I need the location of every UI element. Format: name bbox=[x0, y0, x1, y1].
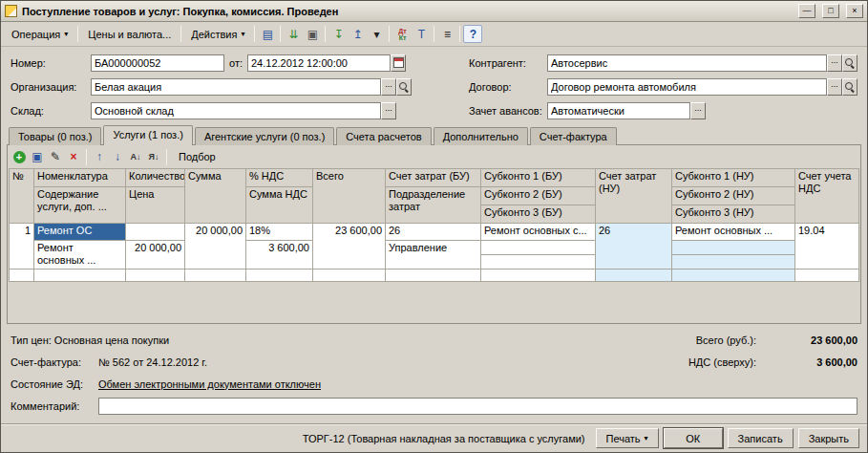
date-input[interactable] bbox=[247, 54, 391, 72]
col-header-subconto3-nu: Субконто 3 (НУ) bbox=[672, 205, 795, 224]
cell-subconto2-bu[interactable] bbox=[481, 241, 596, 255]
col-header-vat-sum: Сумма НДС bbox=[246, 187, 313, 224]
empty-cell[interactable] bbox=[10, 270, 34, 282]
cell-department[interactable]: Управление bbox=[386, 241, 481, 270]
cell-vat-sum[interactable]: 3 600,00 bbox=[246, 241, 313, 270]
delete-row-icon[interactable]: × bbox=[65, 148, 82, 165]
tab-schet-faktura[interactable]: Счет-фактура bbox=[530, 127, 617, 145]
contract-input[interactable] bbox=[547, 78, 827, 96]
contract-select-button[interactable]: ... bbox=[827, 78, 842, 96]
copy-document-icon[interactable]: ▣ bbox=[303, 25, 322, 43]
cell-subconto1-nu[interactable]: Ремонт основных ... bbox=[672, 224, 795, 241]
empty-cell[interactable] bbox=[34, 270, 126, 282]
advance-offset-select-button[interactable]: ... bbox=[690, 102, 706, 119]
number-input[interactable] bbox=[91, 54, 224, 72]
cell-sum[interactable]: 20 000,00 bbox=[185, 224, 246, 270]
calendar-icon bbox=[393, 57, 404, 68]
tab-tovary[interactable]: Товары (0 поз.) bbox=[9, 127, 101, 145]
dt-kt-postings-icon[interactable]: Дт Кт bbox=[392, 28, 412, 41]
save-button[interactable]: Записать bbox=[728, 428, 794, 448]
close-button[interactable]: × bbox=[846, 4, 863, 18]
contractor-open-button[interactable] bbox=[842, 54, 857, 72]
document-list-icon[interactable]: ≡ bbox=[437, 25, 456, 43]
empty-cell[interactable] bbox=[481, 270, 596, 282]
separator bbox=[86, 149, 87, 165]
prices-currency-button[interactable]: Цены и валюта... bbox=[81, 26, 178, 43]
ed-state-link[interactable]: Обмен электронными документами отключен bbox=[98, 378, 321, 390]
separator bbox=[280, 26, 281, 42]
empty-cell[interactable] bbox=[246, 270, 313, 282]
cell-subconto3-nu[interactable] bbox=[672, 255, 795, 270]
tab-uslugi[interactable]: Услуги (1 поз.) bbox=[103, 125, 192, 145]
cell-cost-account-bu[interactable]: 26 bbox=[386, 224, 481, 241]
sort-asc-icon[interactable]: А↓ bbox=[127, 148, 144, 165]
cell-subconto1-bu[interactable]: Ремонт основных с... bbox=[481, 224, 596, 241]
contractor-input[interactable] bbox=[547, 54, 827, 72]
empty-cell[interactable] bbox=[185, 270, 246, 282]
actions-menu[interactable]: Действия ▾ bbox=[184, 26, 251, 43]
organization-input[interactable] bbox=[91, 78, 381, 96]
separator bbox=[459, 26, 460, 42]
calendar-button[interactable] bbox=[391, 54, 406, 72]
edit-row-icon[interactable]: ✎ bbox=[47, 148, 64, 165]
cell-vat-percent[interactable]: 18% bbox=[246, 224, 313, 241]
cell-cost-account-nu[interactable]: 26 bbox=[596, 224, 672, 270]
vat-value: 3 600,00 bbox=[762, 356, 857, 368]
torg12-print-form-link[interactable]: ТОРГ-12 (Товарная накладная за поставщик… bbox=[303, 433, 585, 444]
related-documents-icon[interactable]: ▤ bbox=[258, 25, 277, 43]
contractor-select-button[interactable]: ... bbox=[827, 54, 842, 72]
empty-cell[interactable] bbox=[795, 270, 859, 282]
podbor-button[interactable]: Подбор bbox=[171, 149, 223, 164]
warehouse-input[interactable] bbox=[91, 102, 381, 119]
cell-subconto3-bu[interactable] bbox=[481, 255, 596, 270]
minimize-button[interactable]: — bbox=[798, 4, 815, 18]
empty-cell[interactable] bbox=[386, 270, 481, 282]
cell-price[interactable]: 20 000,00 bbox=[126, 241, 185, 270]
col-header-nomenclature: Номенклатура bbox=[34, 169, 126, 187]
move-up-icon[interactable]: ↑ bbox=[91, 148, 108, 165]
tab-scheta-raschetov[interactable]: Счета расчетов bbox=[336, 127, 431, 145]
add-row-icon[interactable]: + bbox=[11, 148, 28, 165]
import-file-icon[interactable]: ↧ bbox=[328, 25, 348, 43]
warehouse-label: Склад: bbox=[11, 105, 91, 117]
number-label: Номер: bbox=[11, 57, 91, 69]
post-document-icon[interactable]: ⇊ bbox=[284, 25, 303, 43]
maximize-button[interactable]: □ bbox=[822, 4, 839, 18]
magnifier-icon bbox=[399, 82, 409, 92]
empty-cell[interactable] bbox=[313, 270, 386, 282]
sort-desc-icon[interactable]: Я↓ bbox=[145, 148, 162, 165]
report-icon[interactable]: Т bbox=[412, 25, 431, 43]
document-icon bbox=[5, 5, 17, 17]
move-down-icon[interactable]: ↓ bbox=[109, 148, 126, 165]
send-dropdown-icon[interactable]: ▾ bbox=[367, 25, 386, 43]
contract-open-button[interactable] bbox=[842, 78, 857, 96]
operation-menu[interactable]: Операция ▾ bbox=[5, 26, 74, 43]
empty-cell[interactable] bbox=[126, 270, 185, 282]
tab-dopolnitelno[interactable]: Дополнительно bbox=[434, 127, 528, 145]
help-icon[interactable]: ? bbox=[463, 25, 482, 43]
invoice-link[interactable]: № 562 от 24.12.2012 г. bbox=[98, 356, 207, 368]
close-window-button[interactable]: Закрыть bbox=[798, 428, 859, 448]
magnifier-icon bbox=[845, 82, 855, 92]
organization-open-button[interactable] bbox=[396, 78, 412, 96]
warehouse-select-button[interactable]: ... bbox=[381, 102, 396, 119]
cell-quantity[interactable] bbox=[126, 224, 185, 241]
cell-subconto2-nu[interactable] bbox=[672, 241, 795, 255]
advance-offset-input[interactable] bbox=[547, 102, 690, 119]
cell-total[interactable]: 23 600,00 bbox=[313, 224, 386, 270]
cell-nomenclature[interactable]: Ремонт ОС bbox=[34, 224, 126, 241]
advance-offset-label: Зачет авансов: bbox=[469, 105, 547, 117]
copy-row-icon[interactable]: ▣ bbox=[29, 148, 46, 165]
empty-cell[interactable] bbox=[672, 270, 795, 282]
cell-vat-account[interactable]: 19.04 bbox=[795, 224, 859, 270]
cell-service-content[interactable]: Ремонт основных ... bbox=[34, 241, 126, 270]
date-label: от: bbox=[224, 57, 247, 69]
export-file-icon[interactable]: ↥ bbox=[348, 25, 367, 43]
organization-select-button[interactable]: ... bbox=[381, 78, 396, 96]
print-button[interactable]: Печать ▾ bbox=[596, 428, 659, 448]
ok-button[interactable]: ОК bbox=[664, 428, 723, 448]
tab-agentskie-uslugi[interactable]: Агентские услуги (0 поз.) bbox=[195, 127, 334, 145]
empty-cell[interactable] bbox=[596, 270, 672, 282]
cell-num[interactable]: 1 bbox=[10, 224, 34, 270]
comment-input[interactable] bbox=[98, 398, 857, 415]
